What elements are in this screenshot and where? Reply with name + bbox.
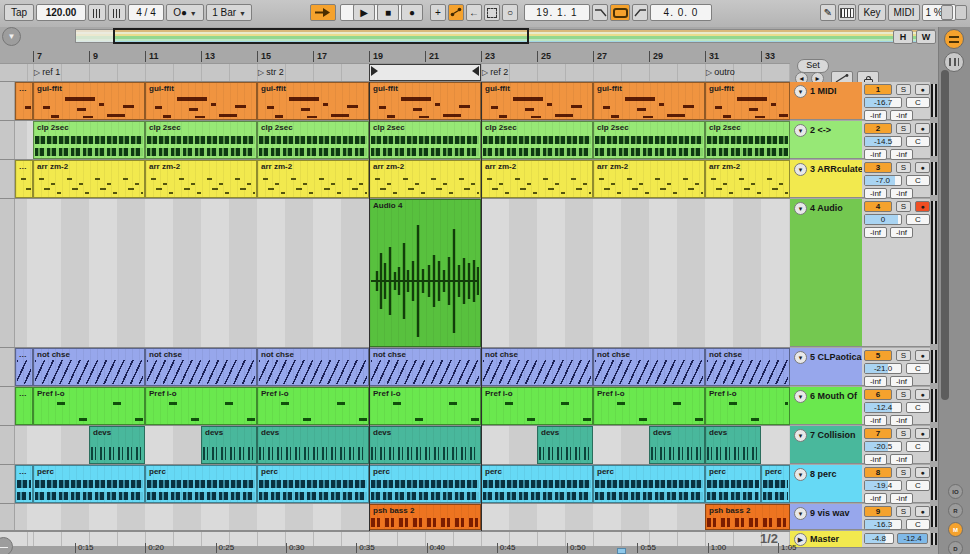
pan-field[interactable]: C: [906, 441, 930, 452]
arm-button[interactable]: ●: [915, 506, 930, 517]
clip-midi-yellow[interactable]: arr zm-2: [369, 160, 481, 198]
clip-diag[interactable]: not chse: [257, 348, 369, 386]
pan-field[interactable]: C: [906, 214, 930, 225]
clip-midi-green[interactable]: Pref i-o: [145, 387, 257, 425]
solo-button[interactable]: S: [896, 389, 911, 400]
clip-barcode[interactable]: devs: [649, 426, 705, 464]
arm-button[interactable]: ●: [915, 467, 930, 478]
track-color-block[interactable]: ▾4 Audio: [790, 199, 862, 347]
clip-barcode[interactable]: devs: [369, 426, 481, 464]
pan-field[interactable]: C: [906, 175, 930, 186]
track-header[interactable]: ▾5 CLPaotica5S●-21.0C-inf-inf: [790, 348, 938, 386]
clip-midi-orange[interactable]: gui-ffit: [33, 82, 145, 120]
arm-button[interactable]: ●: [915, 201, 930, 212]
track-header[interactable]: ▾6 Mouth Of6S●-12.4C-inf-inf: [790, 387, 938, 425]
draw-mode-button[interactable]: ✎: [820, 4, 836, 21]
clip-audio-cyan[interactable]: perc: [145, 465, 257, 503]
master-color-block[interactable]: ▶ Master: [790, 531, 862, 548]
clip-bass[interactable]: psh bass 2: [705, 504, 790, 530]
track-header[interactable]: ▾4 Audio4S●0C-inf-inf: [790, 199, 938, 347]
zoom-width-button[interactable]: W: [916, 30, 936, 44]
solo-button[interactable]: S: [896, 506, 911, 517]
clip-midi-green[interactable]: Pref i-o: [33, 387, 145, 425]
clip-midi-yellow[interactable]: …: [15, 160, 33, 198]
zoom-height-button[interactable]: H: [893, 30, 913, 44]
clip-diag[interactable]: not chse: [369, 348, 481, 386]
volume-field[interactable]: -16.7: [864, 97, 902, 108]
track-color-block[interactable]: ▾6 Mouth Of: [790, 387, 862, 425]
track-color-block[interactable]: ▾2 <->: [790, 121, 862, 159]
clip-midi-green[interactable]: Pref i-o: [705, 387, 790, 425]
arm-button[interactable]: ●: [915, 84, 930, 95]
arm-button[interactable]: ●: [915, 428, 930, 439]
clip-diag[interactable]: not chse: [33, 348, 145, 386]
solo-button[interactable]: S: [896, 201, 911, 212]
volume-field[interactable]: 0: [864, 214, 902, 225]
computer-midi-keyboard-button[interactable]: [838, 4, 856, 21]
solo-button[interactable]: S: [896, 428, 911, 439]
fold-icon[interactable]: ▾: [794, 124, 807, 137]
clip-barcode[interactable]: devs: [705, 426, 761, 464]
solo-button[interactable]: S: [896, 84, 911, 95]
clip-midi-green[interactable]: Pref i-o: [257, 387, 369, 425]
clip-barcode[interactable]: devs: [537, 426, 593, 464]
fold-icon[interactable]: ▾: [794, 390, 807, 403]
clip-midi-orange[interactable]: gui-ffit: [145, 82, 257, 120]
fold-icon[interactable]: ▾: [794, 429, 807, 442]
clip-barcode[interactable]: devs: [201, 426, 257, 464]
track-header[interactable]: ▾3 ARRculate3S●-7.0C-inf-inf: [790, 160, 938, 198]
time-ruler[interactable]: 0:150:200:250:300:350:400:450:500:551:00…: [0, 546, 790, 554]
volume-field[interactable]: -20.5: [864, 441, 902, 452]
clip-audio-cyan[interactable]: perc: [481, 465, 593, 503]
clip-audio-cyan[interactable]: …: [15, 465, 33, 503]
pan-field[interactable]: C: [906, 402, 930, 413]
clip-audio-spikes[interactable]: Audio 4: [369, 199, 481, 347]
clip-audio-cyan[interactable]: perc: [369, 465, 481, 503]
clip-audio-green[interactable]: clp 2sec: [705, 121, 790, 159]
arm-button[interactable]: ●: [915, 350, 930, 361]
clip-audio-cyan[interactable]: perc: [761, 465, 790, 503]
track-color-block[interactable]: ▾1 MIDI: [790, 82, 862, 120]
volume-field[interactable]: -7.0: [864, 175, 902, 186]
clip-barcode[interactable]: devs: [89, 426, 145, 464]
clip-midi-yellow[interactable]: arr zm-2: [257, 160, 369, 198]
solo-button[interactable]: S: [896, 162, 911, 173]
track-color-block[interactable]: ▾7 Collision: [790, 426, 862, 464]
clip-audio-cyan[interactable]: perc: [593, 465, 705, 503]
session-view-toggle[interactable]: [944, 52, 964, 72]
track-color-block[interactable]: ▾3 ARRculate: [790, 160, 862, 198]
solo-button[interactable]: S: [896, 467, 911, 478]
arm-button[interactable]: ●: [915, 389, 930, 400]
clip-audio-green[interactable]: clp 2sec: [257, 121, 369, 159]
show-returns-toggle[interactable]: R: [948, 503, 963, 518]
clip-midi-orange[interactable]: gui-ffit: [705, 82, 790, 120]
fold-icon[interactable]: ▾: [794, 468, 807, 481]
vertical-scrollbar[interactable]: [941, 70, 949, 400]
toolbar-spacer-button-1[interactable]: [941, 5, 953, 20]
track-header-master[interactable]: ▶ Master -4.8 -12.4: [790, 531, 938, 548]
clip-midi-orange[interactable]: gui-ffit: [481, 82, 593, 120]
bottom-beat-band[interactable]: [0, 531, 790, 546]
pan-field[interactable]: C: [906, 136, 930, 147]
fold-icon[interactable]: ▾: [794, 85, 807, 98]
clip-midi-green[interactable]: Pref i-o: [481, 387, 593, 425]
clip-midi-orange[interactable]: gui-ffit: [593, 82, 705, 120]
track-color-block[interactable]: ▾9 vis wav: [790, 504, 862, 530]
volume-field[interactable]: -16.3: [864, 519, 902, 530]
clip-diag[interactable]: not chse: [593, 348, 705, 386]
master-cue-volume[interactable]: -12.4: [897, 533, 928, 544]
clip-audio-green[interactable]: clp 2sec: [33, 121, 145, 159]
clip-diag[interactable]: …: [15, 348, 33, 386]
pan-field[interactable]: C: [906, 519, 930, 530]
arm-button[interactable]: ●: [915, 123, 930, 134]
clip-diag[interactable]: not chse: [705, 348, 790, 386]
clip-barcode[interactable]: devs: [257, 426, 369, 464]
track-header[interactable]: ▾1 MIDI1S●-16.7C-inf-inf: [790, 82, 938, 120]
clip-midi-green[interactable]: Pref i-o: [593, 387, 705, 425]
clip-audio-cyan[interactable]: perc: [33, 465, 145, 503]
volume-field[interactable]: -21.0: [864, 363, 902, 374]
show-delay-toggle[interactable]: D: [948, 541, 963, 554]
clip-midi-yellow[interactable]: arr zm-2: [481, 160, 593, 198]
clip-midi-yellow[interactable]: arr zm-2: [145, 160, 257, 198]
clip-midi-orange[interactable]: gui-ffit: [257, 82, 369, 120]
